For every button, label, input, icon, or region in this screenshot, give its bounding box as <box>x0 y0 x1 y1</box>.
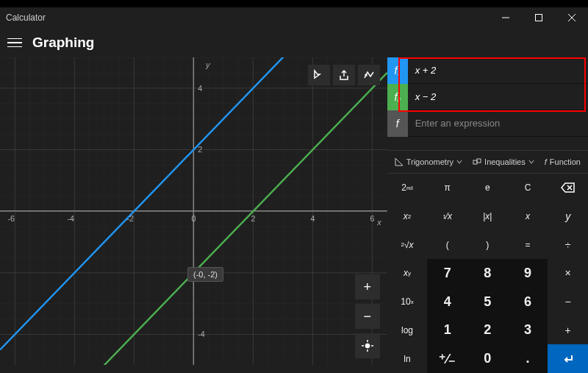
expression-text-1[interactable]: x + 2 <box>408 65 588 76</box>
key-4[interactable]: 4 <box>427 288 467 316</box>
key-y[interactable]: y <box>548 202 588 231</box>
key-7[interactable]: 7 <box>427 259 467 288</box>
titlebar: Calculator <box>0 7 588 28</box>
key-ln[interactable]: ln <box>387 344 428 373</box>
svg-text:-6: -6 <box>8 214 15 223</box>
key-[interactable]: + <box>548 316 588 345</box>
key-2[interactable]: 2 <box>467 316 508 345</box>
tab-functions[interactable]: f Function <box>542 155 584 168</box>
key-0[interactable]: 0 <box>467 344 508 373</box>
svg-rect-69 <box>473 160 477 164</box>
key-e[interactable]: e <box>467 174 508 202</box>
svg-rect-1 <box>535 15 542 21</box>
key-[interactable]: . <box>508 344 548 373</box>
key-x[interactable]: |x| <box>467 202 508 231</box>
zoom-fit-button[interactable] <box>355 333 380 358</box>
y-axis-label: y <box>206 60 210 69</box>
x-axis-label: x <box>377 218 381 227</box>
key-x[interactable]: x <box>508 202 548 231</box>
svg-text:-4: -4 <box>68 214 75 223</box>
key-[interactable]: 1⁄x <box>427 202 467 231</box>
expression-input[interactable]: Enter an expression <box>408 118 588 129</box>
expression-row-new[interactable]: f Enter an expression <box>387 110 588 137</box>
function-badge-1: f1 <box>387 57 408 84</box>
tab-trigonometry[interactable]: Trigonometry <box>392 155 465 168</box>
share-tool[interactable] <box>333 65 355 85</box>
svg-text:-2: -2 <box>127 214 135 223</box>
function-badge-new: f <box>387 110 408 137</box>
graph-canvas[interactable]: -6-4-20246-4-224 <box>0 57 387 365</box>
hamburger-icon[interactable] <box>7 35 22 50</box>
function-category-tabs: Trigonometry Inequalities f Function <box>387 150 588 174</box>
key-1[interactable]: 1 <box>427 316 467 345</box>
svg-point-68 <box>365 344 370 348</box>
inequality-icon <box>473 157 481 166</box>
key-6[interactable]: 6 <box>508 288 548 316</box>
trace-tool[interactable] <box>308 65 330 85</box>
key-log[interactable]: log <box>387 316 428 345</box>
key-[interactable]: = <box>508 230 548 259</box>
svg-text:2: 2 <box>251 214 255 223</box>
key-[interactable]: × <box>548 259 588 288</box>
key-9[interactable]: 9 <box>508 259 548 288</box>
header: Graphing <box>0 28 588 57</box>
key-5[interactable]: 5 <box>467 288 508 316</box>
zoom-out-button[interactable]: − <box>355 304 380 329</box>
key-[interactable]: ) <box>467 230 508 259</box>
chevron-down-icon <box>456 159 462 165</box>
svg-text:4: 4 <box>310 214 315 223</box>
tab-inequalities[interactable]: Inequalities <box>470 155 537 168</box>
key-[interactable]: ÷ <box>548 230 588 259</box>
close-button[interactable] <box>555 7 588 28</box>
side-pane: f1 x + 2 f2 x − 2 f Enter an expression … <box>387 57 588 373</box>
point-tooltip: (-0, -2) <box>187 267 223 282</box>
svg-text:2: 2 <box>198 145 202 154</box>
key-[interactable]: − <box>548 288 588 316</box>
svg-text:4: 4 <box>198 84 202 93</box>
svg-text:0: 0 <box>191 214 196 223</box>
key-x[interactable]: x2 <box>387 202 428 231</box>
function-badge-2: f2 <box>387 84 408 110</box>
key-8[interactable]: 8 <box>467 259 508 288</box>
mode-title: Graphing <box>32 35 94 51</box>
key-10[interactable]: 10x <box>387 288 428 316</box>
key-[interactable] <box>548 344 588 373</box>
svg-text:-4: -4 <box>198 330 205 338</box>
keypad: 2ndπeCx21⁄x|x|xy2√x()=÷xy789×10x456−log1… <box>387 174 588 373</box>
svg-rect-70 <box>477 159 481 163</box>
expression-row-2[interactable]: f2 x − 2 <box>387 84 588 110</box>
key-c[interactable]: C <box>508 174 548 202</box>
key-x[interactable]: 2√x <box>387 230 428 259</box>
app-title: Calculator <box>6 13 46 23</box>
settings-tool[interactable] <box>358 65 380 85</box>
expression-list: f1 x + 2 f2 x − 2 f Enter an expression <box>387 57 588 137</box>
expression-row-1[interactable]: f1 x + 2 <box>387 57 588 84</box>
key-[interactable]: ( <box>427 230 467 259</box>
key-[interactable]: π <box>427 174 467 202</box>
key-[interactable]: ⁺⁄₋ <box>427 344 467 373</box>
maximize-button[interactable] <box>522 7 555 28</box>
key-x[interactable]: xy <box>387 259 428 288</box>
key-[interactable] <box>548 174 588 202</box>
expression-text-2[interactable]: x − 2 <box>408 91 588 102</box>
chevron-down-icon <box>528 159 534 165</box>
zoom-in-button[interactable]: + <box>355 274 380 299</box>
svg-text:6: 6 <box>370 214 374 223</box>
key-3[interactable]: 3 <box>508 316 548 345</box>
angle-icon <box>395 157 404 166</box>
key-2[interactable]: 2nd <box>387 174 428 202</box>
minimize-button[interactable] <box>489 7 522 28</box>
graph-pane[interactable]: -6-4-20246-4-224 y x (-0, -2) + − <box>0 57 387 373</box>
